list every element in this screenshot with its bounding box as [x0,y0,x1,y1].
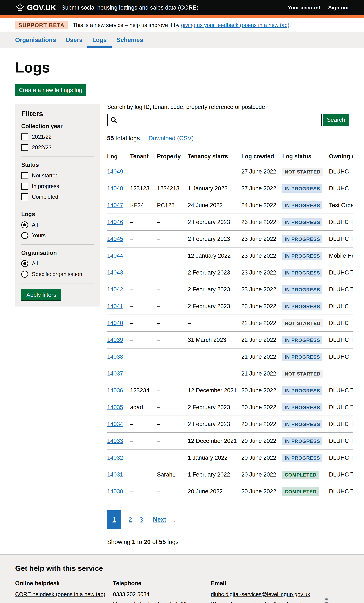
cell-tenancy-starts: 12 December 2021 [188,432,241,449]
footer-link-online-helpdesk[interactable]: CORE helpdesk (opens in a new tab) [15,591,105,597]
cell-log-created: 23 June 2022 [241,264,282,281]
log-link-14039[interactable]: 14039 [107,337,123,343]
logs-table: LogTenantPropertyTenancy startsLog creat… [107,148,353,500]
filter-divider [21,206,94,206]
filter-option-label[interactable]: All [32,222,38,228]
cell-tenant: – [130,281,157,298]
log-link-14032[interactable]: 14032 [107,454,123,461]
log-link-14033[interactable]: 14033 [107,438,123,444]
table-row: 14041––2 February 202323 June 2022IN PRO… [107,298,353,315]
search-button[interactable]: Search [323,114,349,126]
footer-line: We aim to respond within 2 working days [211,601,310,603]
radio-logs-all[interactable] [21,221,28,228]
cell-tenant: – [130,483,157,500]
log-link-14046[interactable]: 14046 [107,219,123,225]
cell-log-status: IN PROGRESS [282,432,329,449]
cell-tenant: 123234 [130,382,157,399]
search-input[interactable] [107,114,322,126]
cell-tenancy-starts: 20 June 2022 [188,483,241,500]
nav-tab-organisations[interactable]: Organisations [10,32,61,48]
log-link-14044[interactable]: 14044 [107,253,123,259]
radio-logs-yours[interactable] [21,232,28,239]
log-link-14049[interactable]: 14049 [107,168,123,175]
log-link-14031[interactable]: 14031 [107,471,123,478]
column-header-tenant: Tenant [130,148,157,163]
log-link-14030[interactable]: 14030 [107,488,123,495]
log-link-14042[interactable]: 14042 [107,286,123,292]
cell-log-status: IN PROGRESS [282,399,329,416]
log-link-14045[interactable]: 14045 [107,236,123,242]
your-account-link[interactable]: Your account [288,5,320,11]
checkbox-collection-year-2021-22[interactable] [21,133,28,140]
checkbox-status-completed[interactable] [21,193,28,200]
status-badge: COMPLETED [282,471,319,479]
nav-tab-logs[interactable]: Logs [87,32,112,48]
log-link-14047[interactable]: 14047 [107,202,123,208]
footer-column-telephone: Telephone0333 202 5084Monday to Friday, … [113,580,211,603]
cell-tenancy-starts: 31 March 2023 [188,332,241,348]
filters-title: Filters [21,109,94,118]
filters-panel: Filters Collection year2021/222022/23Sta… [15,104,100,306]
log-link-14040[interactable]: 14040 [107,320,123,326]
feedback-link[interactable]: giving us your feedback (opens in a new … [181,22,289,28]
apply-filters-button[interactable]: Apply filters [21,289,61,300]
log-link-14034[interactable]: 14034 [107,421,123,427]
govuk-logo-text: GOV.UK [27,3,56,12]
filter-option-label[interactable]: In progress [32,183,59,189]
filter-option-label[interactable]: Specific organisation [32,271,82,277]
footer-link-email[interactable]: dluhc.digital-services@levellingup.gov.u… [211,591,310,597]
nav-tab-schemes[interactable]: Schemes [112,32,148,48]
filter-option-label[interactable]: 2021/22 [32,134,52,140]
log-link-14038[interactable]: 14038 [107,354,123,360]
table-row: 1404812312312342131 January 202227 June … [107,180,353,197]
service-name-link[interactable]: Submit social housing lettings and sales… [61,4,199,11]
status-badge: COMPLETED [282,487,319,496]
cell-log: 14035 [107,399,130,416]
cell-log: 14033 [107,432,130,449]
filter-option-label[interactable]: 2022/23 [32,144,52,151]
checkbox-collection-year-2022-23[interactable] [21,144,28,151]
cell-log-created: 23 June 2022 [241,281,282,298]
pagination-next-link[interactable]: Next [153,516,166,523]
radio-organisation-specific-organisation[interactable] [21,271,28,278]
log-link-14043[interactable]: 14043 [107,269,123,276]
cell-log-status: IN PROGRESS [282,382,329,399]
radio-organisation-all[interactable] [21,260,28,267]
cell-log: 14039 [107,332,130,348]
column-header-log-status: Log status [282,148,329,163]
create-lettings-log-button[interactable]: Create a new lettings log [15,84,86,95]
royal-coat-of-arms-icon [314,597,339,603]
cell-owning-organisation: DLUHC Tes [329,332,353,348]
filter-option-label[interactable]: Yours [32,232,46,239]
logs-table-body: 14049–––27 June 2022NOT STARTEDDLUHC1404… [107,163,353,500]
filter-option-not-started: Not started [21,172,94,179]
filter-option-label[interactable]: All [32,260,38,267]
nav-tab-users[interactable]: Users [61,32,87,48]
download-csv-link[interactable]: Download (CSV) [149,135,194,141]
table-row: 14032––1 January 202220 June 2022IN PROG… [107,449,353,466]
pagination-page-2[interactable]: 2 [129,516,132,523]
cell-log-status: IN PROGRESS [282,449,329,466]
filter-option-label[interactable]: Not started [32,173,59,179]
checkbox-status-not-started[interactable] [21,172,28,179]
checkbox-status-in-progress[interactable] [21,183,28,190]
filter-option-label[interactable]: Completed [32,194,58,200]
cell-log: 14030 [107,483,130,500]
cell-property: – [157,483,188,500]
pagination-page-1-current[interactable]: 1 [107,510,121,529]
cell-tenancy-starts: 1 February 2022 [188,466,241,483]
cell-property: Sarah1 [157,466,188,483]
cell-tenant: KF24 [130,197,157,214]
govuk-logo-link[interactable]: GOV.UK [15,3,56,12]
cell-log-created: 21 June 2022 [241,365,282,382]
cell-log: 14046 [107,214,130,231]
footer-line: Monday to Friday, 9am to 5:30pm [113,601,211,603]
log-link-14037[interactable]: 14037 [107,370,123,377]
status-badge: IN PROGRESS [282,336,322,344]
sign-out-link[interactable]: Sign out [328,5,349,11]
log-link-14036[interactable]: 14036 [107,387,123,394]
log-link-14041[interactable]: 14041 [107,303,123,309]
log-link-14048[interactable]: 14048 [107,185,123,192]
log-link-14035[interactable]: 14035 [107,404,123,410]
pagination-page-3[interactable]: 3 [140,516,143,523]
